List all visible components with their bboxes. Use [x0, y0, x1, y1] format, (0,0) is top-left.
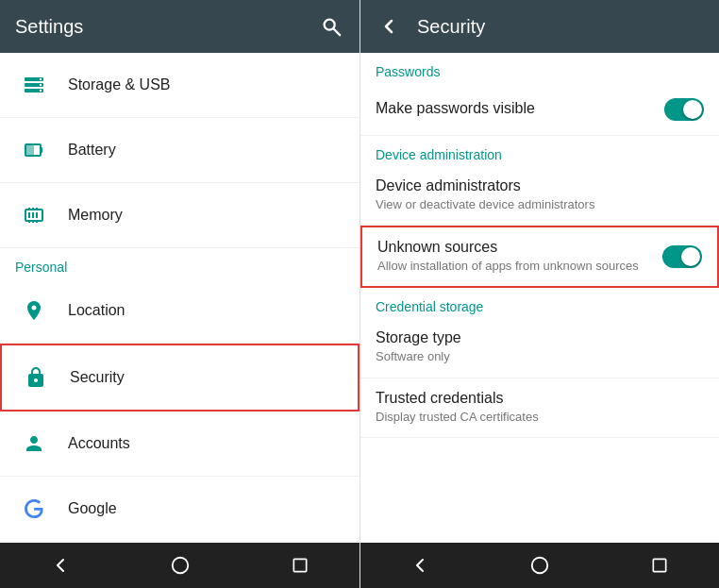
settings-title: Settings	[15, 16, 83, 38]
make-passwords-visible-toggle[interactable]	[664, 98, 704, 121]
svg-rect-24	[653, 559, 665, 571]
search-button[interactable]	[318, 13, 344, 40]
device-administration-section-label: Device administration	[360, 136, 719, 166]
personal-section-label: Personal	[0, 248, 360, 278]
svg-rect-10	[26, 145, 34, 155]
home-button-right[interactable]	[527, 552, 553, 579]
svg-point-21	[172, 558, 188, 574]
right-header: Security	[360, 0, 719, 53]
accounts-label: Accounts	[68, 435, 130, 452]
svg-rect-14	[36, 212, 38, 218]
trusted-credentials-title: Trusted credentials	[376, 390, 704, 407]
memory-label: Memory	[68, 207, 123, 224]
security-label: Security	[70, 369, 125, 386]
location-label: Location	[68, 302, 125, 319]
right-panel: Security Passwords Make passwords visibl…	[360, 0, 719, 588]
sidebar-item-storage[interactable]: Storage & USB	[0, 53, 360, 118]
memory-icon	[15, 196, 53, 234]
make-passwords-visible-item[interactable]: Make passwords visible	[360, 83, 719, 136]
svg-rect-9	[41, 147, 42, 153]
left-panel: Settings Storage & USB	[0, 0, 360, 588]
recents-button-right[interactable]	[646, 552, 673, 579]
security-content: Passwords Make passwords visible Device …	[360, 53, 719, 543]
sidebar-item-security[interactable]: Security	[0, 344, 360, 412]
passwords-section-label: Passwords	[360, 53, 719, 83]
storage-type-title: Storage type	[376, 329, 704, 346]
trusted-credentials-item[interactable]: Trusted credentials Display trusted CA c…	[360, 378, 719, 438]
left-nav-bar	[0, 543, 360, 588]
svg-line-1	[334, 29, 340, 35]
left-header: Settings	[0, 0, 360, 53]
svg-rect-22	[293, 559, 306, 571]
unknown-sources-toggle[interactable]	[662, 245, 702, 268]
storage-icon	[15, 66, 53, 104]
home-button-left[interactable]	[167, 552, 193, 579]
svg-rect-12	[28, 212, 30, 218]
back-arrow-icon[interactable]	[376, 13, 402, 40]
device-administrators-subtitle: View or deactivate device administrators	[376, 196, 704, 213]
svg-point-7	[40, 90, 42, 92]
credential-storage-section-label: Credential storage	[360, 288, 719, 318]
make-passwords-visible-text: Make passwords visible	[376, 100, 657, 119]
unknown-sources-text: Unknown sources Allow installation of ap…	[377, 239, 655, 275]
sidebar-item-location[interactable]: Location	[0, 278, 360, 344]
right-nav-bar	[360, 543, 719, 588]
back-button-right[interactable]	[407, 552, 433, 579]
unknown-sources-item[interactable]: Unknown sources Allow installation of ap…	[360, 226, 719, 288]
battery-label: Battery	[68, 142, 116, 159]
device-administrators-item[interactable]: Device administrators View or deactivate…	[360, 166, 719, 226]
sidebar-item-battery[interactable]: Battery	[0, 118, 360, 183]
svg-point-6	[40, 84, 42, 86]
trusted-credentials-text: Trusted credentials Display trusted CA c…	[376, 390, 704, 426]
storage-label: Storage & USB	[68, 76, 171, 93]
accounts-icon	[15, 425, 53, 462]
svg-point-23	[532, 558, 548, 574]
google-label: Google	[68, 500, 117, 517]
svg-point-5	[40, 78, 42, 80]
unknown-sources-title: Unknown sources	[377, 239, 655, 256]
recents-button-left[interactable]	[287, 552, 313, 579]
security-page-title: Security	[417, 16, 485, 38]
sidebar-item-google[interactable]: Google	[0, 477, 360, 542]
trusted-credentials-subtitle: Display trusted CA certificates	[376, 409, 704, 426]
storage-type-text: Storage type Software only	[376, 329, 704, 365]
sidebar-item-accounts[interactable]: Accounts	[0, 412, 360, 477]
sidebar-item-memory[interactable]: Memory	[0, 183, 360, 248]
storage-type-item[interactable]: Storage type Software only	[360, 318, 719, 378]
device-administrators-title: Device administrators	[376, 177, 704, 194]
battery-icon	[15, 131, 53, 169]
svg-rect-13	[32, 212, 34, 218]
make-passwords-visible-title: Make passwords visible	[376, 100, 657, 117]
storage-type-subtitle: Software only	[376, 348, 704, 365]
back-button-left[interactable]	[47, 552, 74, 579]
unknown-sources-subtitle: Allow installation of apps from unknown …	[377, 258, 655, 275]
location-icon	[15, 292, 53, 329]
device-administrators-text: Device administrators View or deactivate…	[376, 177, 704, 213]
security-icon	[17, 359, 55, 396]
settings-list: Storage & USB Battery	[0, 53, 360, 543]
google-icon	[15, 490, 53, 528]
